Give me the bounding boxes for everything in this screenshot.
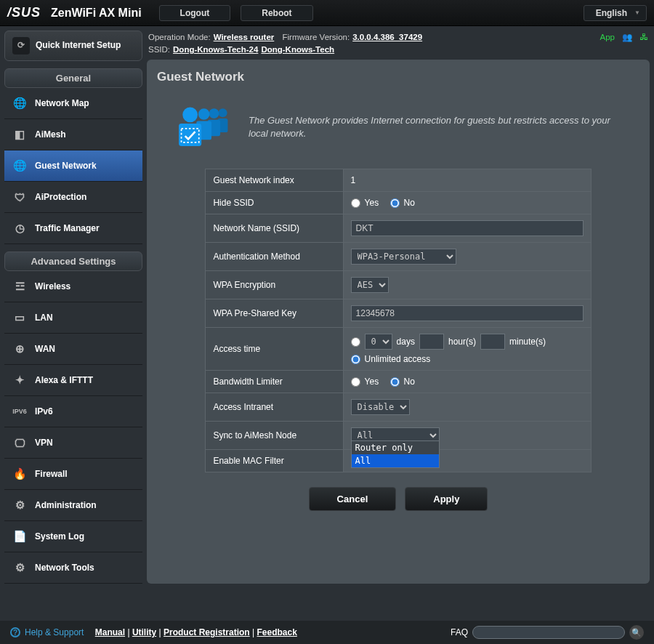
access-mins-input[interactable] xyxy=(480,334,505,350)
op-mode-label: Operation Mode: xyxy=(148,33,211,41)
nav-alexa[interactable]: ✦Alexa & IFTTT xyxy=(4,365,142,396)
unlimited-label: Unlimited access xyxy=(365,354,431,364)
nav-label: Alexa & IFTTT xyxy=(35,375,93,385)
ssid2-link[interactable]: Dong-Knows-Tech xyxy=(261,45,334,54)
nav-label: Network Map xyxy=(35,98,89,108)
help-support-link[interactable]: Help & Support xyxy=(25,627,84,637)
nav-aimesh[interactable]: ◧AiMesh xyxy=(4,119,142,150)
enc-select[interactable]: AES xyxy=(351,277,389,293)
nav-lan[interactable]: ▭LAN xyxy=(4,302,142,334)
access-days-select[interactable]: 0 xyxy=(365,334,392,350)
language-select[interactable]: English xyxy=(584,5,647,21)
nav-label: VPN xyxy=(35,438,53,448)
page-description: The Guest Network provides Internet conn… xyxy=(249,114,626,140)
access-hours-input[interactable] xyxy=(419,334,444,350)
lan-icon: ▭ xyxy=(12,310,28,326)
nav-wan[interactable]: ⊕WAN xyxy=(4,334,142,365)
nav-label: AiMesh xyxy=(35,129,66,140)
sidebar: ⟳ Quick Internet Setup General 🌐Network … xyxy=(4,31,142,584)
app-link[interactable]: App xyxy=(600,33,615,41)
nav-label: Firewall xyxy=(35,469,68,479)
sync-option-router-only[interactable]: Router only xyxy=(352,441,439,454)
days-label: days xyxy=(397,337,415,347)
ssid-label: SSID: xyxy=(148,45,170,54)
intranet-select[interactable]: Disable xyxy=(351,399,410,415)
nav-vpn[interactable]: 🖵VPN xyxy=(4,427,142,459)
intranet-label: Access Intranet xyxy=(206,393,343,422)
ssid1-link[interactable]: Dong-Knows-Tech-24 xyxy=(173,45,258,54)
network-map-icon: 🌐 xyxy=(12,95,28,111)
op-mode-line: Operation Mode: Wireless router Firmware… xyxy=(147,31,650,44)
fw-label: Firmware Version: xyxy=(283,33,350,41)
firmware-link[interactable]: 3.0.0.4.386_37429 xyxy=(352,33,422,41)
nav-label: Guest Network xyxy=(35,161,97,171)
nav-label: Network Tools xyxy=(35,563,94,573)
ssid-label: Network Name (SSID) xyxy=(206,214,343,243)
section-advanced: Advanced Settings xyxy=(4,251,142,271)
op-mode-link[interactable]: Wireless router xyxy=(214,33,275,41)
nav-label: WAN xyxy=(35,344,55,354)
index-value: 1 xyxy=(343,169,591,192)
hide-ssid-no[interactable] xyxy=(390,198,400,208)
wireless-icon: ☲ xyxy=(12,278,28,294)
tools-icon: ⚙ xyxy=(12,560,28,576)
bw-no[interactable] xyxy=(390,377,400,387)
users-icon[interactable]: 👥 xyxy=(622,32,632,42)
enc-label: WPA Encryption xyxy=(206,271,343,299)
index-label: Guest Network index xyxy=(206,169,343,192)
nav-label: LAN xyxy=(35,313,53,323)
svg-point-6 xyxy=(182,107,198,122)
auth-select[interactable]: WPA3-Personal xyxy=(351,249,456,265)
model-name: ZenWiFi AX Mini xyxy=(51,7,142,20)
nav-firewall[interactable]: 🔥Firewall xyxy=(4,459,142,490)
svg-point-0 xyxy=(219,108,227,117)
nav-wireless[interactable]: ☲Wireless xyxy=(4,271,142,302)
cancel-button[interactable]: Cancel xyxy=(309,487,397,511)
statement: The Guest Network provides Internet conn… xyxy=(157,97,639,169)
faq-label: FAQ xyxy=(451,627,468,637)
vpn-icon: 🖵 xyxy=(12,435,28,451)
psk-input[interactable] xyxy=(351,305,584,321)
manual-link[interactable]: Manual xyxy=(95,627,125,637)
gear-icon: ⚙ xyxy=(12,497,28,513)
nav-label: IPv6 xyxy=(35,406,53,416)
gauge-icon: ◷ xyxy=(12,220,28,236)
faq-search-button[interactable]: 🔍 xyxy=(629,625,644,640)
quick-internet-setup[interactable]: ⟳ Quick Internet Setup xyxy=(4,31,142,61)
access-limited-radio[interactable] xyxy=(351,337,360,347)
yes-label: Yes xyxy=(365,377,379,387)
reboot-button[interactable]: Reboot xyxy=(241,5,312,21)
nav-network-map[interactable]: 🌐Network Map xyxy=(4,88,142,119)
sync-label: Sync to AiMesh Node xyxy=(206,422,343,450)
nav-ipv6[interactable]: IPV6IPv6 xyxy=(4,396,142,427)
bw-yes[interactable] xyxy=(351,377,360,387)
nav-guest-network[interactable]: 🌐Guest Network xyxy=(4,150,142,182)
guest-users-icon xyxy=(170,102,235,153)
nav-traffic-manager[interactable]: ◷Traffic Manager xyxy=(4,213,142,244)
nav-network-tools[interactable]: ⚙Network Tools xyxy=(4,552,142,584)
guest-network-icon: 🌐 xyxy=(12,158,28,174)
language-label: English xyxy=(596,8,627,18)
logout-button[interactable]: Logout xyxy=(159,5,231,21)
mins-label: minute(s) xyxy=(509,337,546,347)
mesh-status-icon[interactable]: 🖧 xyxy=(639,33,648,41)
nav-aiprotection[interactable]: 🛡AiProtection xyxy=(4,182,142,213)
faq-search-input[interactable] xyxy=(472,626,625,639)
qis-icon: ⟳ xyxy=(12,37,30,55)
brand-logo: /SUS xyxy=(7,5,41,20)
access-unlimited-radio[interactable] xyxy=(351,355,360,364)
nav-administration[interactable]: ⚙Administration xyxy=(4,490,142,521)
button-row: Cancel Apply xyxy=(157,487,639,511)
no-label: No xyxy=(404,198,415,208)
hide-ssid-yes[interactable] xyxy=(351,198,360,208)
feedback-link[interactable]: Feedback xyxy=(257,627,297,637)
ssid-input[interactable] xyxy=(351,220,584,236)
settings-table: Guest Network index 1 Hide SSID Yes No xyxy=(205,169,591,472)
utility-link[interactable]: Utility xyxy=(132,627,156,637)
ssid-line: SSID: Dong-Knows-Tech-24 Dong-Knows-Tech xyxy=(147,44,650,55)
registration-link[interactable]: Product Registration xyxy=(164,627,250,637)
nav-system-log[interactable]: 📄System Log xyxy=(4,521,142,552)
sync-option-all[interactable]: All xyxy=(352,454,439,467)
aimesh-icon: ◧ xyxy=(12,126,28,142)
apply-button[interactable]: Apply xyxy=(405,487,488,511)
